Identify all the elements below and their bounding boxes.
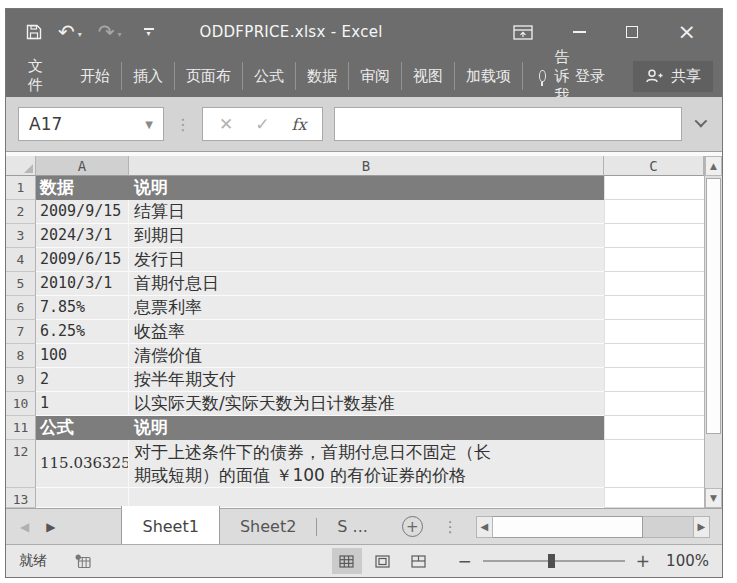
vertical-scroll-thumb[interactable] — [706, 178, 721, 434]
cell-A4[interactable]: 2009/6/15 — [36, 248, 129, 272]
cell-B4[interactable]: 发行日 — [129, 248, 604, 272]
cell-A10[interactable]: 1 — [36, 392, 129, 416]
column-header-A[interactable]: A — [36, 156, 129, 176]
cell-C6[interactable] — [604, 296, 704, 320]
row-header-9[interactable]: 9 — [6, 368, 36, 392]
vertical-scrollbar[interactable]: ▲ ▼ — [704, 156, 722, 508]
undo-dropdown-icon[interactable]: ▾ — [78, 31, 82, 42]
row-header-3[interactable]: 3 — [6, 224, 36, 248]
row-header-10[interactable]: 10 — [6, 392, 36, 416]
close-icon[interactable]: × — [678, 21, 696, 43]
sheet-tab-more-icon[interactable]: ⋮ — [443, 518, 458, 536]
zoom-in-icon[interactable]: + — [636, 553, 650, 570]
cell-A13[interactable] — [36, 488, 129, 508]
cell-B3[interactable]: 到期日 — [129, 224, 604, 248]
name-box-dropdown-icon[interactable]: ▼ — [145, 119, 153, 130]
tell-me-button[interactable]: 告诉我 — [539, 48, 575, 105]
ribbon-tab-3[interactable]: 公式 — [243, 62, 296, 90]
previous-sheet-icon[interactable]: ◀ — [20, 520, 29, 534]
cancel-icon[interactable]: ✕ — [219, 116, 233, 133]
sheet-tab-2[interactable]: S ... — [317, 509, 388, 544]
row-header-4[interactable]: 4 — [6, 248, 36, 272]
cell-A3[interactable]: 2024/3/1 — [36, 224, 129, 248]
cell-C12[interactable] — [604, 440, 704, 488]
minimize-icon[interactable] — [573, 31, 586, 33]
share-button[interactable]: 共享 — [633, 61, 713, 92]
cell-C5[interactable] — [604, 272, 704, 296]
cell-C3[interactable] — [604, 224, 704, 248]
cell-A2[interactable]: 2009/9/15 — [36, 200, 129, 224]
cell-C1[interactable] — [604, 176, 704, 200]
cell-B8[interactable]: 清偿价值 — [129, 344, 604, 368]
ribbon-tab-2[interactable]: 页面布 — [175, 62, 243, 90]
cell-C4[interactable] — [604, 248, 704, 272]
ribbon-display-options-icon[interactable] — [513, 25, 533, 40]
zoom-out-icon[interactable]: − — [458, 553, 472, 570]
ribbon-tab-5[interactable]: 审阅 — [349, 62, 402, 90]
cell-B13[interactable] — [129, 488, 604, 508]
cell-A6[interactable]: 7.85% — [36, 296, 129, 320]
cell-B10[interactable]: 以实际天数/实际天数为日计数基准 — [129, 392, 604, 416]
cell-C13[interactable] — [604, 488, 704, 508]
cell-C7[interactable] — [604, 320, 704, 344]
cell-A7[interactable]: 6.25% — [36, 320, 129, 344]
cell-B6[interactable]: 息票利率 — [129, 296, 604, 320]
cell-B1[interactable]: 说明 — [129, 176, 604, 200]
horizontal-scroll-track[interactable] — [643, 516, 693, 538]
row-header-11[interactable]: 11 — [6, 416, 36, 440]
cell-A12[interactable]: 115.0363252 — [36, 440, 129, 488]
macro-record-icon[interactable] — [75, 554, 92, 569]
horizontal-scroll-thumb[interactable] — [493, 516, 643, 538]
row-header-5[interactable]: 5 — [6, 272, 36, 296]
expand-formula-bar-icon[interactable] — [695, 114, 708, 127]
cell-B12[interactable]: 对于上述条件下的债券，首期付息日不固定（长 期或短期）的面值 ￥100 的有价证… — [129, 440, 604, 488]
cell-B7[interactable]: 收益率 — [129, 320, 604, 344]
page-layout-view-icon[interactable] — [368, 548, 398, 574]
ribbon-tab-4[interactable]: 数据 — [296, 62, 349, 90]
zoom-level[interactable]: 100% — [661, 552, 709, 570]
sheet-tab-0[interactable]: Sheet1 — [121, 506, 219, 544]
undo-icon[interactable]: ↶▾ — [58, 22, 82, 42]
customize-quick-access-icon[interactable]: ▾ — [144, 28, 154, 37]
row-header-2[interactable]: 2 — [6, 200, 36, 224]
formula-input[interactable] — [334, 107, 682, 141]
ribbon-tab-1[interactable]: 插入 — [122, 62, 175, 90]
ribbon-tab-0[interactable]: 开始 — [69, 62, 122, 90]
scroll-down-icon[interactable]: ▼ — [705, 488, 722, 508]
cell-A8[interactable]: 100 — [36, 344, 129, 368]
maximize-icon[interactable] — [626, 26, 638, 38]
normal-view-icon[interactable] — [332, 548, 362, 574]
vertical-scroll-track[interactable] — [705, 436, 722, 488]
cell-A1[interactable]: 数据 — [36, 176, 129, 200]
row-header-1[interactable]: 1 — [6, 176, 36, 200]
insert-function-icon[interactable]: fx — [292, 115, 307, 134]
cell-C8[interactable] — [604, 344, 704, 368]
cell-B9[interactable]: 按半年期支付 — [129, 368, 604, 392]
cell-C11[interactable] — [604, 416, 704, 440]
horizontal-scrollbar[interactable]: ◀ ▶ — [476, 516, 710, 538]
scroll-up-icon[interactable]: ▲ — [705, 156, 722, 176]
column-header-C[interactable]: C — [604, 156, 704, 176]
zoom-slider-handle[interactable] — [548, 554, 555, 568]
cell-B5[interactable]: 首期付息日 — [129, 272, 604, 296]
row-header-6[interactable]: 6 — [6, 296, 36, 320]
redo-icon[interactable]: ↷▾ — [98, 22, 122, 42]
next-sheet-icon[interactable]: ▶ — [46, 520, 55, 534]
name-box[interactable]: A17 ▼ — [18, 107, 164, 141]
page-break-view-icon[interactable] — [404, 548, 434, 574]
select-all-corner[interactable] — [6, 156, 36, 176]
cell-A11[interactable]: 公式 — [36, 416, 129, 440]
add-sheet-button[interactable]: + — [402, 516, 423, 537]
sign-in-button[interactable]: 登录 — [575, 67, 605, 86]
enter-icon[interactable]: ✓ — [255, 116, 269, 133]
redo-dropdown-icon[interactable]: ▾ — [118, 31, 122, 42]
column-header-B[interactable]: B — [129, 156, 604, 176]
row-header-8[interactable]: 8 — [6, 344, 36, 368]
row-header-12[interactable]: 12 — [6, 440, 36, 488]
cell-C2[interactable] — [604, 200, 704, 224]
scroll-right-icon[interactable]: ▶ — [693, 516, 710, 538]
cell-C9[interactable] — [604, 368, 704, 392]
row-header-7[interactable]: 7 — [6, 320, 36, 344]
zoom-slider[interactable] — [483, 560, 625, 562]
ribbon-tab-file[interactable]: 文件 — [28, 57, 43, 95]
